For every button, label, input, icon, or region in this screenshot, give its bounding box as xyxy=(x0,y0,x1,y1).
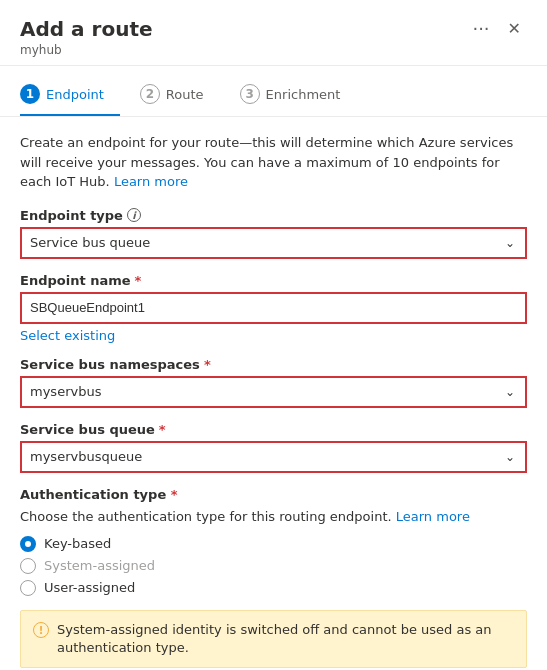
service-bus-namespaces-chevron-button[interactable]: ⌄ xyxy=(495,376,527,408)
endpoint-type-field: Endpoint type i Service bus queue ⌄ xyxy=(20,208,527,259)
tab-enrichment[interactable]: 3 Enrichment xyxy=(240,74,357,116)
radio-key-based[interactable]: Key-based xyxy=(20,536,527,552)
service-bus-queue-chevron-button[interactable]: ⌄ xyxy=(495,441,527,473)
panel-title: Add a route xyxy=(20,17,153,41)
auth-type-required: * xyxy=(171,487,178,502)
endpoint-name-input[interactable] xyxy=(20,292,527,324)
endpoint-type-info-icon[interactable]: i xyxy=(127,208,141,222)
service-bus-queue-field: Service bus queue * myservbusqueue ⌄ xyxy=(20,422,527,473)
svg-text:!: ! xyxy=(39,625,44,636)
endpoint-type-label: Endpoint type i xyxy=(20,208,527,223)
endpoint-name-required: * xyxy=(135,273,142,288)
tab-endpoint-number: 1 xyxy=(20,84,40,104)
service-bus-queue-select[interactable]: myservbusqueue xyxy=(20,441,527,473)
tab-endpoint-label: Endpoint xyxy=(46,87,104,102)
radio-system-assigned-label: System-assigned xyxy=(44,558,155,573)
service-bus-namespaces-chevron-icon: ⌄ xyxy=(505,385,515,399)
radio-system-assigned[interactable]: System-assigned xyxy=(20,558,527,574)
close-icon[interactable]: ✕ xyxy=(502,17,527,40)
service-bus-namespaces-label: Service bus namespaces * xyxy=(20,357,527,372)
tab-route[interactable]: 2 Route xyxy=(140,74,220,116)
radio-system-assigned-circle xyxy=(20,558,36,574)
panel-header: Add a route ··· ✕ myhub xyxy=(0,0,547,66)
add-route-panel: Add a route ··· ✕ myhub 1 Endpoint 2 Rou… xyxy=(0,0,547,670)
service-bus-queue-label: Service bus queue * xyxy=(20,422,527,437)
radio-key-based-circle xyxy=(20,536,36,552)
endpoint-name-label: Endpoint name * xyxy=(20,273,527,288)
auth-learn-more[interactable]: Learn more xyxy=(396,509,470,524)
service-bus-namespaces-select-wrapper: myservbus ⌄ xyxy=(20,376,527,408)
tabs-bar: 1 Endpoint 2 Route 3 Enrichment xyxy=(0,74,547,117)
select-existing-link[interactable]: Select existing xyxy=(20,328,115,343)
radio-user-assigned[interactable]: User-assigned xyxy=(20,580,527,596)
panel-subtitle: myhub xyxy=(20,43,527,57)
warning-text: System-assigned identity is switched off… xyxy=(57,621,514,657)
tab-route-label: Route xyxy=(166,87,204,102)
endpoint-type-select[interactable]: Service bus queue xyxy=(20,227,527,259)
warning-box: ! System-assigned identity is switched o… xyxy=(20,610,527,668)
auth-radio-group: Key-based System-assigned User-assigned xyxy=(20,536,527,596)
radio-user-assigned-circle xyxy=(20,580,36,596)
panel-content: Create an endpoint for your route—this w… xyxy=(0,117,547,670)
auth-type-label: Authentication type * xyxy=(20,487,527,502)
endpoint-type-chevron-button[interactable]: ⌄ xyxy=(495,227,527,259)
service-bus-queue-required: * xyxy=(159,422,166,437)
service-bus-namespaces-select[interactable]: myservbus xyxy=(20,376,527,408)
ellipsis-icon[interactable]: ··· xyxy=(468,16,493,41)
endpoint-name-field: Endpoint name * Select existing xyxy=(20,273,527,343)
tab-enrichment-label: Enrichment xyxy=(266,87,341,102)
service-bus-queue-chevron-icon: ⌄ xyxy=(505,450,515,464)
endpoint-type-chevron-icon: ⌄ xyxy=(505,236,515,250)
description-learn-more[interactable]: Learn more xyxy=(114,174,188,189)
radio-user-assigned-label: User-assigned xyxy=(44,580,135,595)
description-text: Create an endpoint for your route—this w… xyxy=(20,133,527,192)
warning-icon: ! xyxy=(33,622,49,642)
tab-route-number: 2 xyxy=(140,84,160,104)
tab-endpoint[interactable]: 1 Endpoint xyxy=(20,74,120,116)
header-icons: ··· ✕ xyxy=(468,16,527,41)
service-bus-queue-select-wrapper: myservbusqueue ⌄ xyxy=(20,441,527,473)
auth-type-description: Choose the authentication type for this … xyxy=(20,508,527,526)
service-bus-namespaces-required: * xyxy=(204,357,211,372)
auth-type-section: Authentication type * Choose the authent… xyxy=(20,487,527,596)
endpoint-type-select-wrapper: Service bus queue ⌄ xyxy=(20,227,527,259)
radio-key-based-label: Key-based xyxy=(44,536,111,551)
tab-enrichment-number: 3 xyxy=(240,84,260,104)
service-bus-namespaces-field: Service bus namespaces * myservbus ⌄ xyxy=(20,357,527,408)
